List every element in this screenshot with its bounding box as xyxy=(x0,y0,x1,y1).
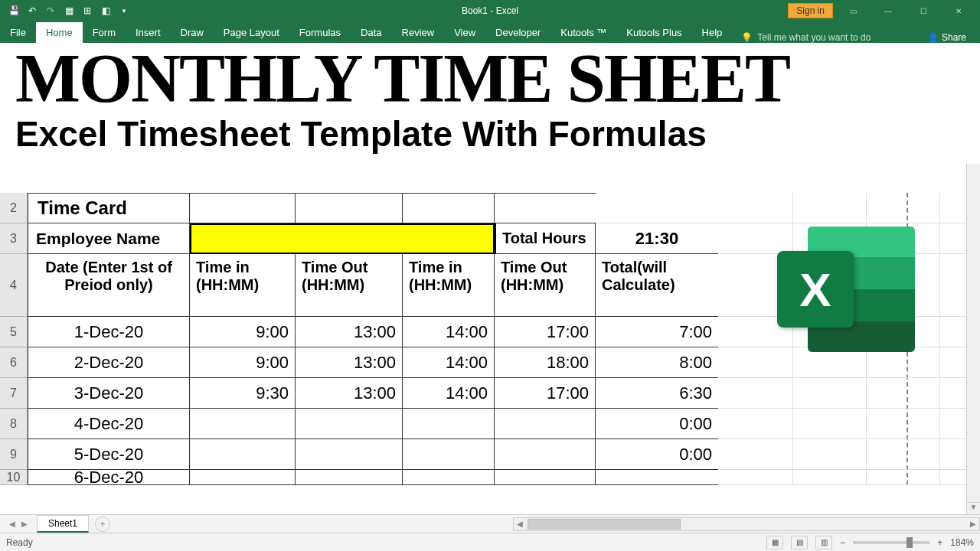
hscroll-thumb[interactable] xyxy=(528,519,681,530)
cell-tin2-9[interactable] xyxy=(403,439,495,470)
cell-tin2-7[interactable]: 14:00 xyxy=(403,378,495,409)
row-header-2[interactable]: 2 xyxy=(0,193,27,223)
cell-total-9[interactable]: 0:00 xyxy=(596,439,718,470)
cell-b2[interactable] xyxy=(190,193,296,223)
view-pagelayout-icon[interactable]: ▤ xyxy=(791,536,808,549)
view-normal-icon[interactable]: ▦ xyxy=(766,536,783,549)
tab-kutoolsplus[interactable]: Kutools Plus xyxy=(616,22,691,43)
hdr-timeout2[interactable]: Time Out (HH:MM) xyxy=(495,254,596,317)
tab-kutools[interactable]: Kutools ™ xyxy=(550,22,616,43)
row-header-3[interactable]: 3 xyxy=(0,223,27,254)
cell-tout2-9[interactable] xyxy=(495,439,596,470)
cell-tout2-6[interactable]: 18:00 xyxy=(495,347,596,378)
scroll-right-icon[interactable]: ▶ xyxy=(967,520,979,528)
sheet-tab-sheet1[interactable]: Sheet1 xyxy=(37,515,89,533)
cell-c2[interactable] xyxy=(296,193,403,223)
zoom-slider[interactable] xyxy=(853,541,929,544)
share-button[interactable]: 👤 Share xyxy=(913,32,980,43)
cell-tin2-6[interactable]: 14:00 xyxy=(403,347,495,378)
cell-tin1-5[interactable]: 9:00 xyxy=(190,317,296,347)
row-header-7[interactable]: 7 xyxy=(0,378,27,409)
scroll-down-icon[interactable]: ▼ xyxy=(967,502,980,514)
cell-date-7[interactable]: 3-Dec-20 xyxy=(28,378,190,409)
cell-tin1-6[interactable]: 9:00 xyxy=(190,347,296,378)
tab-file[interactable]: File xyxy=(0,22,36,43)
tab-formulas[interactable]: Formulas xyxy=(289,22,351,43)
cell-tout1-10[interactable] xyxy=(296,470,403,485)
signin-button[interactable]: Sign in xyxy=(788,3,833,18)
cell-tout1-9[interactable] xyxy=(296,439,403,470)
tab-home[interactable]: Home xyxy=(36,22,83,43)
hdr-timeout1[interactable]: Time Out (HH:MM) xyxy=(296,254,403,317)
undo-icon[interactable]: ↶ xyxy=(26,5,38,17)
qat-icon-2[interactable]: ⊞ xyxy=(81,5,93,17)
tab-insert[interactable]: Insert xyxy=(126,22,171,43)
tab-draw[interactable]: Draw xyxy=(171,22,214,43)
zoom-out-icon[interactable]: − xyxy=(840,537,845,548)
cell-total-hours-value[interactable]: 21:30 xyxy=(596,223,718,254)
qat-icon-1[interactable]: ▦ xyxy=(63,5,75,17)
cell-tin1-7[interactable]: 9:30 xyxy=(190,378,296,409)
tab-data[interactable]: Data xyxy=(351,22,391,43)
cell-d2[interactable] xyxy=(403,193,495,223)
row-header-8[interactable]: 8 xyxy=(0,409,27,439)
cell-tin2-5[interactable]: 14:00 xyxy=(403,317,495,347)
cell-total-6[interactable]: 8:00 xyxy=(596,347,718,378)
prev-sheet-icon[interactable]: ◀ xyxy=(9,520,15,528)
row-header-10[interactable]: 10 xyxy=(0,470,27,485)
next-sheet-icon[interactable]: ▶ xyxy=(21,520,28,528)
cell-tin1-10[interactable] xyxy=(190,470,296,485)
cell-f2[interactable] xyxy=(596,193,718,223)
hdr-date[interactable]: Date (Enter 1st of Preiod only) xyxy=(28,254,190,317)
cell-date-9[interactable]: 5-Dec-20 xyxy=(28,439,190,470)
sheet-nav-arrows[interactable]: ◀▶ xyxy=(0,520,37,528)
cell-date-10[interactable]: 6-Dec-20 xyxy=(28,470,190,485)
row-header-6[interactable]: 6 xyxy=(0,347,27,378)
cell-total-5[interactable]: 7:00 xyxy=(596,317,718,347)
scroll-left-icon[interactable]: ◀ xyxy=(514,520,526,528)
cell-total-7[interactable]: 6:30 xyxy=(596,378,718,409)
cell-tin2-10[interactable] xyxy=(403,470,495,485)
row-header-9[interactable]: 9 xyxy=(0,439,27,470)
cell-date-8[interactable]: 4-Dec-20 xyxy=(28,409,190,439)
tab-pagelayout[interactable]: Page Layout xyxy=(214,22,289,43)
cell-employee-name-input[interactable] xyxy=(190,223,495,254)
row-header-4[interactable]: 4 xyxy=(0,254,27,317)
hdr-timein2[interactable]: Time in (HH:MM) xyxy=(403,254,495,317)
cell-timecard[interactable]: Time Card xyxy=(28,193,190,223)
cell-tin1-8[interactable] xyxy=(190,409,296,439)
cell-tout1-7[interactable]: 13:00 xyxy=(296,378,403,409)
tab-form[interactable]: Form xyxy=(83,22,126,43)
redo-icon[interactable]: ↷ xyxy=(44,5,57,17)
row-header-5[interactable]: 5 xyxy=(0,317,27,347)
hdr-total[interactable]: Total(will Calculate) xyxy=(596,254,718,317)
cell-employee-name-label[interactable]: Employee Name xyxy=(28,223,190,254)
close-icon[interactable]: ✕ xyxy=(943,2,974,20)
add-sheet-button[interactable]: + xyxy=(95,517,110,532)
maximize-icon[interactable]: ☐ xyxy=(908,2,939,20)
cell-e2[interactable] xyxy=(495,193,596,223)
minimize-icon[interactable]: — xyxy=(873,2,903,20)
cell-tin1-9[interactable] xyxy=(190,439,296,470)
tab-help[interactable]: Help xyxy=(692,22,733,43)
cell-tout2-8[interactable] xyxy=(495,409,596,439)
qat-customize-icon[interactable]: ▼ xyxy=(118,5,130,17)
cell-total-hours-label[interactable]: Total Hours xyxy=(495,223,596,254)
cell-tout2-10[interactable] xyxy=(495,470,596,485)
cell-date-6[interactable]: 2-Dec-20 xyxy=(28,347,190,378)
zoom-level[interactable]: 184% xyxy=(950,537,974,548)
view-pagebreak-icon[interactable]: ▥ xyxy=(815,536,832,549)
cell-tout1-6[interactable]: 13:00 xyxy=(296,347,403,378)
cell-tout1-8[interactable] xyxy=(296,409,403,439)
zoom-in-icon[interactable]: + xyxy=(937,537,942,548)
tab-review[interactable]: Review xyxy=(392,22,445,43)
ribbon-options-icon[interactable]: ▭ xyxy=(838,2,868,20)
cell-tout1-5[interactable]: 13:00 xyxy=(296,317,403,347)
cell-tout2-5[interactable]: 17:00 xyxy=(495,317,596,347)
tab-view[interactable]: View xyxy=(444,22,485,43)
cell-total-8[interactable]: 0:00 xyxy=(596,409,718,439)
qat-icon-3[interactable]: ◧ xyxy=(100,5,112,17)
tab-developer[interactable]: Developer xyxy=(485,22,550,43)
cell-date-5[interactable]: 1-Dec-20 xyxy=(28,317,190,347)
zoom-thumb[interactable] xyxy=(906,537,913,548)
